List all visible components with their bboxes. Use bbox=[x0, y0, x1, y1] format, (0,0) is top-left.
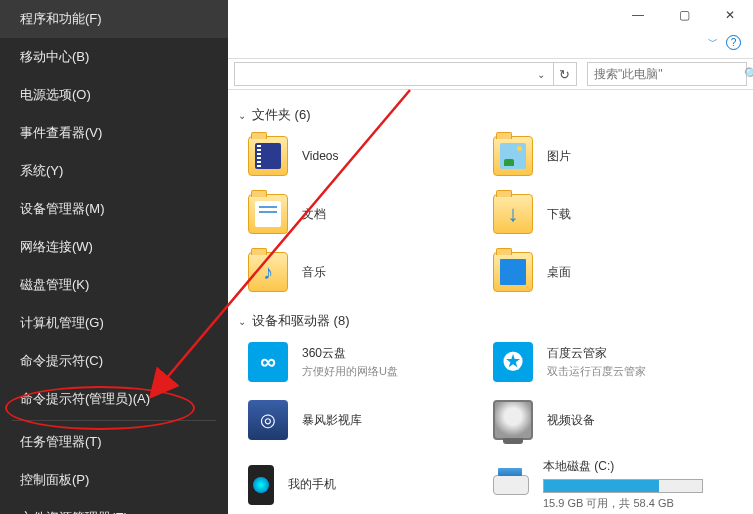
collapse-chevron-icon: ⌄ bbox=[238, 110, 246, 121]
drive-capacity-bar bbox=[543, 479, 703, 493]
folder-label: 文档 bbox=[302, 206, 326, 223]
baofeng-icon: ◎ bbox=[248, 400, 288, 440]
device-360cloud[interactable]: ∞ 360云盘 方便好用的网络U盘 bbox=[238, 338, 483, 396]
ribbon-bar: ﹀ ? bbox=[228, 30, 753, 54]
section-header-folders[interactable]: ⌄ 文件夹 (6) bbox=[238, 106, 743, 124]
context-menu-item[interactable]: 命令提示符(C) bbox=[0, 342, 228, 380]
device-sub: 双击运行百度云管家 bbox=[547, 364, 646, 379]
context-menu-item[interactable]: 事件查看器(V) bbox=[0, 114, 228, 152]
search-icon[interactable]: 🔍 bbox=[744, 67, 753, 81]
folder-label: 桌面 bbox=[547, 264, 571, 281]
collapse-chevron-icon: ⌄ bbox=[238, 316, 246, 327]
device-sub: 方便好用的网络U盘 bbox=[302, 364, 398, 379]
context-menu-item[interactable]: 磁盘管理(K) bbox=[0, 266, 228, 304]
content-pane: ⌄ 文件夹 (6) Videos图片文档下载音乐桌面 ⌄ 设备和驱动器 (8) … bbox=[228, 90, 753, 514]
folder-icon bbox=[493, 194, 533, 234]
device-label: 视频设备 bbox=[547, 412, 595, 429]
ribbon-chevron-icon[interactable]: ﹀ bbox=[708, 35, 718, 49]
context-menu-item[interactable]: 移动中心(B) bbox=[0, 38, 228, 76]
folder-tile[interactable]: 图片 bbox=[483, 132, 728, 190]
drive-label: 本地磁盘 (C:) bbox=[543, 458, 703, 475]
device-baofeng[interactable]: ◎ 暴风影视库 bbox=[238, 396, 483, 454]
address-bar: ⌄ ↻ 🔍 bbox=[228, 58, 753, 90]
section-label: 设备和驱动器 (8) bbox=[252, 312, 350, 330]
context-menu-item[interactable]: 设备管理器(M) bbox=[0, 190, 228, 228]
maximize-button[interactable]: ▢ bbox=[661, 0, 707, 30]
refresh-button[interactable]: ↻ bbox=[553, 62, 577, 86]
context-menu-item[interactable]: 命令提示符(管理员)(A) bbox=[0, 380, 228, 418]
context-menu-item[interactable]: 程序和功能(F) bbox=[0, 0, 228, 38]
context-menu-item[interactable]: 网络连接(W) bbox=[0, 228, 228, 266]
device-label: 暴风影视库 bbox=[302, 412, 362, 429]
section-header-devices[interactable]: ⌄ 设备和驱动器 (8) bbox=[238, 312, 743, 330]
cloud-icon: ∞ bbox=[248, 342, 288, 382]
device-drive-c[interactable]: 本地磁盘 (C:) 15.9 GB 可用，共 58.4 GB bbox=[483, 454, 728, 514]
folder-icon bbox=[493, 252, 533, 292]
folder-tile[interactable]: 下载 bbox=[483, 190, 728, 248]
window-titlebar: — ▢ ✕ bbox=[228, 0, 753, 30]
device-label: 百度云管家 bbox=[547, 345, 646, 362]
folder-icon bbox=[248, 194, 288, 234]
section-label: 文件夹 (6) bbox=[252, 106, 311, 124]
winx-context-menu: 程序和功能(F)移动中心(B)电源选项(O)事件查看器(V)系统(Y)设备管理器… bbox=[0, 0, 228, 514]
context-menu-item[interactable]: 任务管理器(T) bbox=[0, 423, 228, 461]
folder-label: 图片 bbox=[547, 148, 571, 165]
device-label: 360云盘 bbox=[302, 345, 398, 362]
folder-icon bbox=[493, 136, 533, 176]
device-webcam[interactable]: 视频设备 bbox=[483, 396, 728, 454]
context-menu-item[interactable]: 控制面板(P) bbox=[0, 461, 228, 499]
folder-icon bbox=[248, 136, 288, 176]
minimize-button[interactable]: — bbox=[615, 0, 661, 30]
drive-icon bbox=[493, 475, 529, 495]
address-box[interactable]: ⌄ bbox=[234, 62, 554, 86]
close-button[interactable]: ✕ bbox=[707, 0, 753, 30]
search-input[interactable] bbox=[594, 67, 744, 81]
folder-label: Videos bbox=[302, 149, 338, 163]
folder-label: 下载 bbox=[547, 206, 571, 223]
search-box: 🔍 bbox=[587, 62, 747, 86]
folder-label: 音乐 bbox=[302, 264, 326, 281]
folder-tile[interactable]: 桌面 bbox=[483, 248, 728, 306]
context-menu-item[interactable]: 系统(Y) bbox=[0, 152, 228, 190]
drive-capacity-text: 15.9 GB 可用，共 58.4 GB bbox=[543, 496, 703, 511]
device-phone[interactable]: 我的手机 bbox=[238, 454, 483, 514]
folder-tile[interactable]: Videos bbox=[238, 132, 483, 190]
address-chevron-icon[interactable]: ⌄ bbox=[537, 69, 545, 80]
baidu-cloud-icon: ✪ bbox=[493, 342, 533, 382]
phone-icon bbox=[248, 465, 274, 505]
device-label: 我的手机 bbox=[288, 476, 336, 493]
folder-icon bbox=[248, 252, 288, 292]
folder-tile[interactable]: 文档 bbox=[238, 190, 483, 248]
webcam-icon bbox=[493, 400, 533, 440]
context-menu-item[interactable]: 文件资源管理器(E) bbox=[0, 499, 228, 514]
menu-separator bbox=[12, 420, 216, 421]
help-icon[interactable]: ? bbox=[726, 35, 741, 50]
context-menu-item[interactable]: 电源选项(O) bbox=[0, 76, 228, 114]
device-baidu[interactable]: ✪ 百度云管家 双击运行百度云管家 bbox=[483, 338, 728, 396]
context-menu-item[interactable]: 计算机管理(G) bbox=[0, 304, 228, 342]
folder-tile[interactable]: 音乐 bbox=[238, 248, 483, 306]
